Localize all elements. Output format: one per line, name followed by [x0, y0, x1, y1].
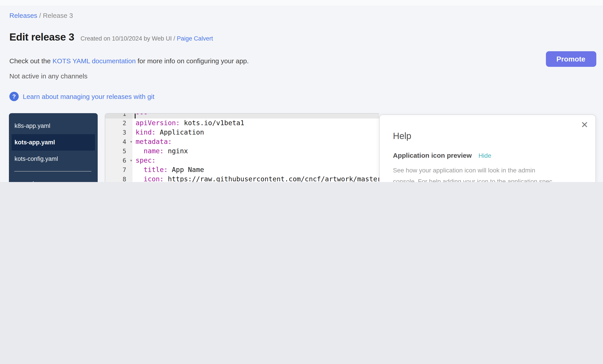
docs-line: Check out the KOTS YAML documentation fo…: [9, 57, 249, 65]
breadcrumb-releases-link[interactable]: Releases: [9, 11, 37, 19]
code-line-1[interactable]: ---: [132, 113, 379, 119]
top-strip: [0, 0, 603, 6]
question-circle-icon: ?: [9, 92, 19, 101]
code-line-3[interactable]: kind: Application: [132, 128, 379, 137]
file-item-k8s-app.yaml[interactable]: k8s-app.yaml: [12, 118, 95, 134]
help-description-line: See how your application icon will look …: [393, 166, 535, 174]
file-label: k8s-app.yaml: [14, 121, 50, 131]
close-icon[interactable]: ✕: [581, 120, 588, 129]
created-info: Created on 10/10/2024 by Web UI / Paige …: [81, 35, 213, 42]
code-line-4[interactable]: metadata:: [132, 137, 379, 147]
breadcrumb-current: Release 3: [43, 11, 73, 19]
gutter-line-4[interactable]: 4▾: [105, 137, 132, 147]
code-line-7[interactable]: title: App Name: [132, 165, 379, 175]
gutter-line-1: 1: [105, 113, 132, 119]
code-line-2[interactable]: apiVersion: kots.io/v1beta1: [132, 119, 379, 128]
code-line-8[interactable]: icon: https://raw.githubusercontent.com/…: [132, 175, 379, 182]
file-label: kots-app.yaml: [14, 137, 55, 147]
hide-link[interactable]: Hide: [478, 152, 491, 159]
gutter-line-7: 7: [105, 165, 132, 175]
file-list: k8s-app.yamlkots-app.yamlkots-config.yam…: [9, 113, 97, 182]
docs-prefix: Check out the: [9, 57, 52, 65]
git-releases-link[interactable]: Learn about managing your releases with …: [23, 93, 154, 100]
gutter-lines: 1234▾56▾789▾1011▾12▾13141516: [105, 113, 132, 182]
help-panel: ✕ Help Application icon preview Hide See…: [379, 114, 596, 182]
help-description: See how your application icon will look …: [393, 165, 576, 182]
created-by-link[interactable]: Paige Calvert: [177, 35, 213, 42]
file-label: example-configmap.yaml: [14, 179, 77, 182]
fold-arrow-icon[interactable]: ▾: [130, 156, 132, 165]
help-panel-title: Help: [393, 131, 411, 141]
code-lines: ---apiVersion: kots.io/v1beta1kind: Appl…: [132, 113, 379, 182]
file-item-kots-app.yaml[interactable]: kots-app.yaml: [12, 134, 95, 151]
code-line-6[interactable]: spec:: [132, 156, 379, 165]
fold-arrow-icon[interactable]: ▾: [130, 137, 132, 147]
git-help-row: ? Learn about managing your releases wit…: [9, 92, 154, 101]
help-description-line: console. For help adding your icon to th…: [393, 177, 554, 182]
icon-preview-title: Application icon preview: [393, 151, 472, 159]
promote-button[interactable]: Promote: [546, 51, 596, 67]
breadcrumb: Releases / Release 3: [9, 11, 73, 19]
gutter-line-6[interactable]: 6▾: [105, 156, 132, 165]
page-title: Edit release 3: [9, 31, 74, 43]
gutter-line-8: 8: [105, 175, 132, 182]
gutter-line-3: 3: [105, 128, 132, 137]
file-item-kots-config.yaml[interactable]: kots-config.yaml: [12, 151, 95, 167]
edit-release-page: Releases / Release 3 Edit release 3 Crea…: [0, 0, 603, 182]
file-group-divider: [14, 171, 91, 172]
gutter-line-2: 2: [105, 119, 132, 128]
title-row: Edit release 3 Created on 10/10/2024 by …: [9, 31, 213, 43]
file-item-example-configmap.yaml[interactable]: example-configmap.yaml: [12, 176, 95, 182]
gutter-line-5: 5: [105, 147, 132, 156]
channel-status: Not active in any channels: [9, 72, 87, 80]
yaml-editor[interactable]: 1234▾56▾789▾1011▾12▾13141516 ---apiVersi…: [105, 113, 379, 182]
code-line-5[interactable]: name: nginx: [132, 147, 379, 156]
docs-suffix: for more info on configuring your app.: [136, 57, 249, 65]
breadcrumb-separator: /: [37, 11, 43, 19]
icon-preview-header: Application icon preview Hide: [393, 151, 491, 159]
file-sidebar: k8s-app.yamlkots-app.yamlkots-config.yam…: [9, 113, 97, 182]
text-cursor: [135, 114, 135, 119]
created-text: Created on 10/10/2024 by Web UI /: [81, 35, 177, 42]
file-label: kots-config.yaml: [14, 154, 58, 164]
kots-yaml-docs-link[interactable]: KOTS YAML documentation: [52, 57, 136, 65]
